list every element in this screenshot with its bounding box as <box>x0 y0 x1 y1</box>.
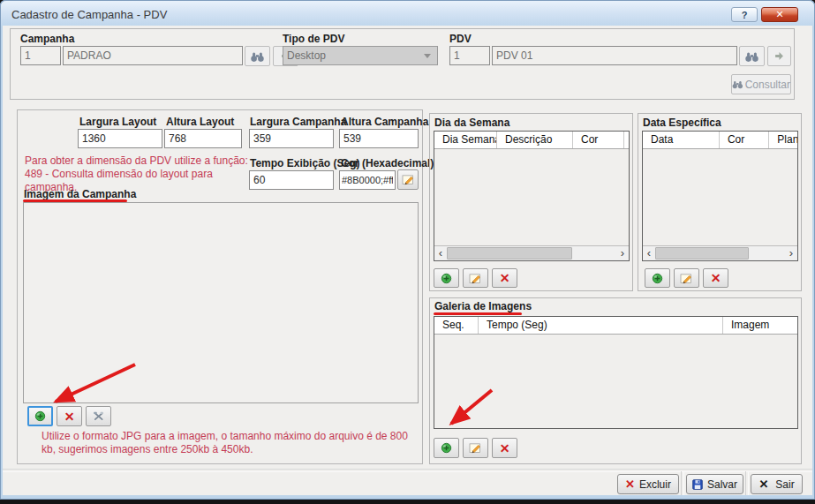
window-content: Campanha Tipo de PDV Desktop <box>3 26 812 495</box>
pdv-open-button[interactable] <box>767 46 791 66</box>
help-button[interactable]: ? <box>731 7 758 22</box>
help-icon: ? <box>742 10 748 20</box>
footer-divider <box>3 469 812 472</box>
header-groupbox: Campanha Tipo de PDV Desktop <box>10 28 795 100</box>
campanha-groupbox: Largura Layout Altura Layout Largura Cam… <box>17 109 423 464</box>
altura-layout-field[interactable] <box>164 129 242 148</box>
title-bar[interactable]: Cadastro de Campanha - PDV ? ✕ <box>1 1 814 26</box>
tempo-exibicao-field[interactable] <box>249 170 334 190</box>
dia-semana-edit-button[interactable] <box>463 268 488 288</box>
galeria-delete-button[interactable]: ✕ <box>492 438 517 458</box>
column-header[interactable]: Cor <box>720 132 769 148</box>
pdv-code-field[interactable] <box>449 46 490 65</box>
delete-icon: ✕ <box>64 410 75 423</box>
close-button[interactable]: ✕ <box>761 7 798 22</box>
sair-button[interactable]: ✕ Sair <box>751 474 803 494</box>
pdv-search-button[interactable] <box>739 46 765 66</box>
largura-layout-label: Largura Layout <box>79 116 156 128</box>
cor-hexadecimal-label: Cor (Hexadecimal) <box>341 157 434 169</box>
data-especifica-add-button[interactable] <box>645 268 670 288</box>
footer-bevel <box>681 471 684 495</box>
imagem-add-button[interactable] <box>27 406 53 426</box>
data-especifica-grid[interactable]: Data Cor Plan ‹ › <box>642 131 798 261</box>
dia-semana-add-button[interactable] <box>434 268 459 288</box>
data-especifica-toolbar: ✕ <box>645 268 728 288</box>
binoculars-icon <box>744 50 759 63</box>
largura-campanha-field[interactable] <box>249 129 334 148</box>
campanha-label: Campanha <box>20 33 74 45</box>
go-arrow-icon <box>774 51 784 61</box>
scroll-thumb[interactable] <box>447 247 572 260</box>
tools-icon <box>92 410 105 422</box>
imagem-toolbar: ✕ <box>27 406 111 426</box>
altura-layout-label: Altura Layout <box>166 116 234 128</box>
add-icon <box>441 442 452 454</box>
data-especifica-title: Data Específica <box>643 117 721 129</box>
galeria-grid[interactable]: Seq. Tempo (Seg) Imagem <box>434 316 798 429</box>
tipo-pdv-value: Desktop <box>287 49 326 62</box>
add-icon <box>652 273 663 284</box>
sair-label: Sair <box>775 478 794 491</box>
imagem-preview-area[interactable] <box>23 202 419 403</box>
pdv-label: PDV <box>449 33 472 45</box>
imagem-campanha-title: Imagem da Campanha <box>24 188 136 200</box>
dia-semana-hscrollbar[interactable]: ‹ › <box>434 245 629 260</box>
altura-campanha-field[interactable] <box>339 129 419 148</box>
scroll-left-icon[interactable]: ‹ <box>643 247 655 260</box>
column-header[interactable]: Tempo (Seg) <box>479 317 723 334</box>
data-especifica-edit-button[interactable] <box>674 268 699 288</box>
add-icon <box>441 273 452 284</box>
largura-campanha-label: Largura Campanha <box>250 116 346 128</box>
campanha-name-field[interactable] <box>63 46 243 65</box>
imagem-tools-button[interactable] <box>86 406 111 426</box>
largura-layout-field[interactable] <box>78 129 162 148</box>
imagem-delete-button[interactable]: ✕ <box>57 406 82 426</box>
column-header[interactable]: Imagem <box>723 317 797 334</box>
column-header[interactable]: Plan <box>769 132 797 148</box>
cor-hexadecimal-field[interactable] <box>339 170 396 190</box>
column-header[interactable]: Dia Semana <box>434 132 497 148</box>
dia-semana-grid[interactable]: Dia Semana Descrição Cor ‹ › <box>434 131 630 261</box>
pdv-name-field[interactable] <box>492 46 737 65</box>
excluir-label: Excluir <box>639 478 671 491</box>
cor-edit-button[interactable] <box>397 169 419 190</box>
galeria-add-button[interactable] <box>434 438 459 458</box>
red-underline <box>434 312 522 315</box>
salvar-button[interactable]: Salvar <box>686 474 743 494</box>
delete-icon: ✕ <box>500 442 510 455</box>
data-especifica-delete-button[interactable]: ✕ <box>703 268 728 288</box>
column-header[interactable]: Descrição <box>497 132 573 148</box>
binoculars-icon <box>250 50 265 63</box>
dia-semana-toolbar: ✕ <box>434 268 517 288</box>
footer-bevel <box>745 471 749 495</box>
galeria-grid-header: Seq. Tempo (Seg) Imagem <box>434 317 797 335</box>
chevron-down-icon <box>424 54 431 58</box>
dia-semana-delete-button[interactable]: ✕ <box>492 268 517 288</box>
galeria-toolbar: ✕ <box>434 438 517 458</box>
altura-campanha-label: Altura Campanha <box>341 116 428 128</box>
scroll-thumb[interactable] <box>655 247 749 260</box>
campanha-search-button[interactable] <box>245 46 270 66</box>
sair-x-icon: ✕ <box>758 478 768 490</box>
app-window: Cadastro de Campanha - PDV ? ✕ Campanha <box>0 0 815 500</box>
campanha-code-field[interactable] <box>20 46 61 65</box>
excluir-x-icon: ✕ <box>625 478 635 490</box>
close-icon: ✕ <box>775 9 783 20</box>
data-especifica-grid-header: Data Cor Plan <box>643 132 797 149</box>
excluir-button[interactable]: ✕ Excluir <box>617 474 679 494</box>
tipo-pdv-select[interactable]: Desktop <box>283 46 438 65</box>
column-header[interactable]: Seq. <box>434 317 479 334</box>
edit-icon <box>680 273 693 284</box>
column-header[interactable]: Cor <box>573 132 624 148</box>
scroll-right-icon[interactable]: › <box>616 247 629 260</box>
data-especifica-groupbox: Data Específica Data Cor Plan ‹ › <box>638 113 802 291</box>
scroll-right-icon[interactable]: › <box>785 247 797 260</box>
salvar-label: Salvar <box>707 478 737 491</box>
galeria-edit-button[interactable] <box>463 438 488 458</box>
column-header[interactable]: Data <box>643 132 720 148</box>
data-especifica-hscrollbar[interactable]: ‹ › <box>643 245 797 260</box>
dia-semana-grid-header: Dia Semana Descrição Cor <box>434 132 629 149</box>
binoculars-icon <box>732 79 743 90</box>
consultar-button[interactable]: Consultar <box>731 74 791 94</box>
scroll-left-icon[interactable]: ‹ <box>434 247 447 260</box>
